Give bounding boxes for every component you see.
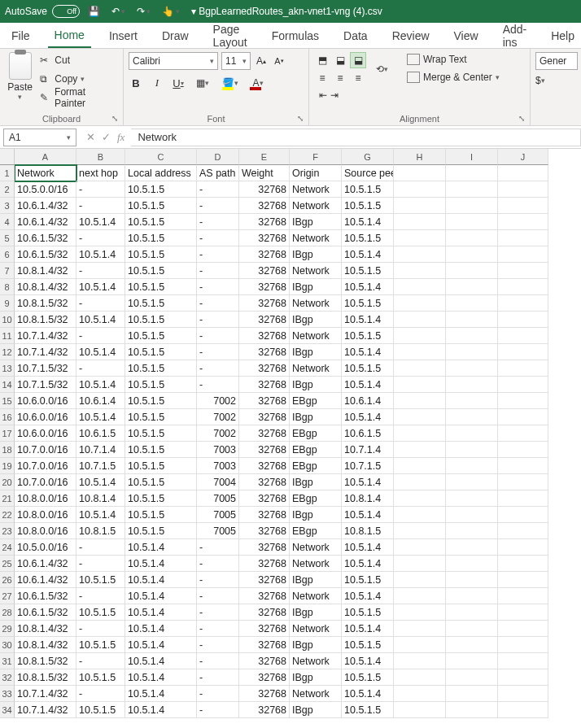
cell[interactable]: 10.5.1.4 — [125, 637, 197, 653]
cell[interactable]: 10.6.1.5 — [76, 425, 125, 442]
cell[interactable]: 32768 — [239, 230, 290, 246]
cell[interactable]: 10.5.1.5 — [342, 295, 394, 312]
tab-add-ins[interactable]: Add-ins — [496, 18, 534, 54]
cell[interactable]: 10.8.1.4/32 — [15, 621, 76, 637]
row-header[interactable]: 33 — [0, 686, 15, 702]
cell[interactable]: 32768 — [239, 702, 290, 718]
cell[interactable] — [498, 246, 548, 263]
cell[interactable]: 10.6.1.4 — [342, 393, 394, 409]
cell[interactable] — [446, 686, 498, 702]
cell[interactable]: 32768 — [239, 507, 290, 523]
row-header[interactable]: 25 — [0, 556, 15, 572]
cell[interactable]: 10.8.1.5/32 — [15, 295, 76, 312]
cell[interactable]: 32768 — [239, 328, 290, 344]
cell[interactable]: 7005 — [197, 490, 239, 507]
cell[interactable] — [498, 637, 548, 653]
cell[interactable]: IBgp — [290, 572, 342, 588]
cell[interactable]: AS path — [197, 165, 239, 181]
cell[interactable]: 10.5.1.5 — [342, 604, 394, 621]
cell[interactable]: 10.5.1.5 — [125, 279, 197, 295]
row-header[interactable]: 4 — [0, 214, 15, 230]
cell[interactable]: 32768 — [239, 523, 290, 539]
cell[interactable]: 10.5.1.4 — [76, 312, 125, 328]
column-header[interactable]: F — [290, 149, 342, 165]
cell[interactable]: 32768 — [239, 312, 290, 328]
cell[interactable]: next hop — [76, 165, 125, 181]
cell[interactable] — [498, 653, 548, 669]
cell[interactable]: IBgp — [290, 246, 342, 263]
cell[interactable] — [394, 637, 446, 653]
cell[interactable]: 10.5.1.5 — [342, 669, 394, 686]
tab-help[interactable]: Help — [544, 24, 581, 47]
cell[interactable]: 10.8.1.4 — [342, 490, 394, 507]
row-header[interactable]: 30 — [0, 637, 15, 653]
tab-formulas[interactable]: Formulas — [265, 24, 325, 47]
cell[interactable]: 32768 — [239, 377, 290, 393]
cell[interactable]: EBgp — [290, 458, 342, 474]
cell[interactable]: - — [197, 360, 239, 377]
qat-customize-button[interactable]: ▾ — [188, 6, 199, 17]
cell[interactable]: 10.5.0.0/16 — [15, 539, 76, 556]
cell[interactable]: 10.5.1.4 — [125, 604, 197, 621]
column-header[interactable]: C — [125, 149, 197, 165]
cell[interactable]: 32768 — [239, 409, 290, 425]
row-header[interactable]: 16 — [0, 409, 15, 425]
row-header[interactable]: 18 — [0, 442, 15, 458]
cell[interactable]: - — [76, 230, 125, 246]
cell[interactable]: 32768 — [239, 490, 290, 507]
cell[interactable]: 10.5.1.4 — [342, 377, 394, 393]
orientation-button[interactable]: ⟲▾ — [371, 60, 392, 78]
cell[interactable] — [446, 181, 498, 198]
tab-review[interactable]: Review — [386, 24, 436, 47]
cell[interactable]: 10.5.1.4 — [76, 474, 125, 490]
cell[interactable]: 32768 — [239, 393, 290, 409]
cell[interactable] — [394, 458, 446, 474]
align-center-button[interactable]: ≡ — [332, 70, 348, 86]
cell[interactable] — [446, 344, 498, 360]
cell[interactable] — [498, 523, 548, 539]
cell[interactable]: Network — [290, 653, 342, 669]
row-header[interactable]: 21 — [0, 490, 15, 507]
cell[interactable]: EBgp — [290, 490, 342, 507]
formula-input[interactable]: Network — [131, 129, 581, 146]
row-header[interactable]: 26 — [0, 572, 15, 588]
cell[interactable] — [498, 214, 548, 230]
cell[interactable]: - — [76, 556, 125, 572]
cell[interactable]: 10.5.1.4 — [125, 653, 197, 669]
cell[interactable]: - — [197, 621, 239, 637]
cell[interactable] — [446, 360, 498, 377]
bold-button[interactable]: B — [129, 75, 143, 91]
cell[interactable]: 10.5.1.5 — [342, 263, 394, 279]
cell[interactable] — [446, 198, 498, 214]
cell[interactable]: IBgp — [290, 214, 342, 230]
cell[interactable]: 10.5.1.5 — [342, 198, 394, 214]
cell[interactable] — [394, 360, 446, 377]
cell[interactable]: IBgp — [290, 669, 342, 686]
row-header[interactable]: 32 — [0, 669, 15, 686]
cell[interactable]: Network — [290, 230, 342, 246]
cell[interactable]: - — [197, 669, 239, 686]
cell[interactable]: 7002 — [197, 425, 239, 442]
tab-draw[interactable]: Draw — [155, 24, 195, 47]
cell[interactable] — [498, 572, 548, 588]
fill-color-button[interactable]: 🪣▾ — [220, 75, 241, 91]
row-header[interactable]: 5 — [0, 230, 15, 246]
row-header[interactable]: 29 — [0, 621, 15, 637]
cell[interactable] — [446, 425, 498, 442]
cell[interactable]: - — [197, 246, 239, 263]
cell[interactable]: 10.5.1.4 — [76, 409, 125, 425]
cell[interactable]: IBgp — [290, 702, 342, 718]
cell[interactable] — [498, 686, 548, 702]
cell[interactable] — [498, 669, 548, 686]
cell[interactable] — [498, 507, 548, 523]
cell[interactable]: 10.5.1.5 — [342, 637, 394, 653]
touch-mode-button[interactable]: 👆▾ — [159, 6, 183, 17]
cell[interactable]: 32768 — [239, 442, 290, 458]
cell[interactable] — [446, 263, 498, 279]
tab-view[interactable]: View — [448, 24, 485, 47]
cell[interactable] — [394, 556, 446, 572]
cell[interactable] — [394, 669, 446, 686]
cell[interactable] — [394, 523, 446, 539]
font-name-select[interactable]: Calibri▾ — [129, 52, 218, 70]
cell[interactable]: Network — [290, 198, 342, 214]
